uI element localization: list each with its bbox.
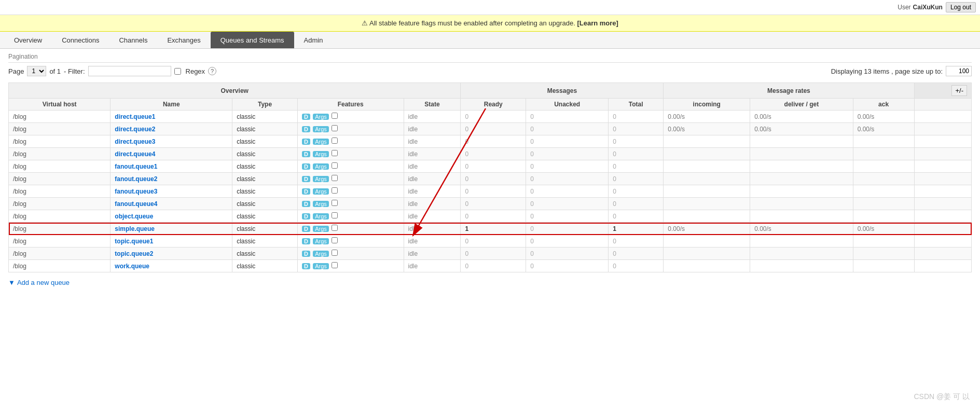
features-checkbox[interactable] — [332, 113, 338, 119]
table-row[interactable]: /blog simple.queue classic D Args idle 1… — [9, 223, 972, 235]
td-ack: 0.00/s — [853, 223, 914, 235]
td-name[interactable]: fanout.queue1 — [111, 160, 232, 173]
td-name[interactable]: topic.queue1 — [111, 235, 232, 248]
features-checkbox[interactable] — [332, 237, 338, 243]
add-queue-toggle[interactable]: ▼ Add a new queue — [8, 279, 972, 286]
plusminus-cell: +/- — [914, 83, 971, 99]
table-row[interactable]: /blog direct.queue2 classic D Args idle … — [9, 123, 972, 135]
table-row[interactable]: /blog object.queue classic D Args idle 0… — [9, 210, 972, 223]
queue-link[interactable]: direct.queue1 — [115, 113, 155, 120]
td-deliver-get: 0.00/s — [750, 111, 853, 123]
learn-more-link[interactable]: [Learn more] — [577, 19, 618, 27]
td-type: classic — [232, 148, 298, 160]
td-type: classic — [232, 235, 298, 248]
table-row[interactable]: /blog topic.queue2 classic D Args idle 0… — [9, 248, 972, 260]
state-label: idle — [408, 188, 418, 195]
queue-link[interactable]: object.queue — [115, 213, 153, 220]
features-checkbox[interactable] — [332, 200, 338, 206]
queue-link[interactable]: simple.queue — [115, 225, 155, 232]
tab-channels[interactable]: Channels — [109, 32, 157, 48]
queue-link[interactable]: direct.queue2 — [115, 126, 155, 133]
td-unacked: 0 — [526, 198, 609, 210]
td-features: D Args — [297, 111, 404, 123]
features-checkbox[interactable] — [332, 212, 338, 218]
queue-link[interactable]: fanout.queue2 — [115, 175, 157, 183]
th-ready: Ready — [461, 99, 526, 111]
page-size-input[interactable] — [946, 66, 972, 76]
td-name[interactable]: object.queue — [111, 210, 232, 223]
regex-checkbox[interactable] — [174, 68, 181, 75]
table-row[interactable]: /blog fanout.queue4 classic D Args idle … — [9, 198, 972, 210]
table-row[interactable]: /blog direct.queue1 classic D Args idle … — [9, 111, 972, 123]
td-deliver-get — [750, 148, 853, 160]
td-name[interactable]: direct.queue4 — [111, 148, 232, 160]
tab-exchanges[interactable]: Exchanges — [157, 32, 210, 48]
badge-d: D — [302, 176, 310, 182]
filter-label: - Filter: — [64, 67, 85, 75]
filter-input[interactable] — [88, 66, 171, 76]
td-ack — [853, 235, 914, 248]
td-name[interactable]: fanout.queue2 — [111, 173, 232, 185]
queue-link[interactable]: work.queue — [115, 263, 149, 270]
queue-link[interactable]: fanout.queue3 — [115, 188, 157, 195]
table-row[interactable]: /blog fanout.queue2 classic D Args idle … — [9, 173, 972, 185]
badge-args: Args — [313, 213, 329, 219]
td-features: D Args — [297, 160, 404, 173]
td-extra — [914, 111, 971, 123]
features-checkbox[interactable] — [332, 150, 338, 156]
features-checkbox[interactable] — [332, 250, 338, 256]
td-vhost: /blog — [9, 260, 111, 272]
queue-link[interactable]: fanout.queue4 — [115, 200, 157, 208]
table-row[interactable]: /blog fanout.queue3 classic D Args idle … — [9, 185, 972, 198]
td-incoming — [664, 210, 750, 223]
queue-link[interactable]: topic.queue1 — [115, 238, 153, 245]
td-name[interactable]: topic.queue2 — [111, 248, 232, 260]
badge-d: D — [302, 188, 310, 195]
table-row[interactable]: /blog work.queue classic D Args idle 0 0… — [9, 260, 972, 272]
table-row[interactable]: /blog topic.queue1 classic D Args idle 0… — [9, 235, 972, 248]
page-select[interactable]: 1 — [27, 66, 46, 76]
td-ready: 0 — [461, 173, 526, 185]
th-type: Type — [232, 99, 298, 111]
features-checkbox[interactable] — [332, 187, 338, 194]
td-name[interactable]: direct.queue1 — [111, 111, 232, 123]
td-incoming — [664, 260, 750, 272]
queue-link[interactable]: topic.queue2 — [115, 250, 153, 257]
td-name[interactable]: direct.queue3 — [111, 135, 232, 148]
queue-link[interactable]: fanout.queue1 — [115, 163, 157, 170]
td-state: idle — [404, 198, 461, 210]
table-row[interactable]: /blog direct.queue3 classic D Args idle … — [9, 135, 972, 148]
table-row[interactable]: /blog fanout.queue1 classic D Args idle … — [9, 160, 972, 173]
td-type: classic — [232, 248, 298, 260]
features-checkbox[interactable] — [332, 125, 338, 131]
features-checkbox[interactable] — [332, 262, 338, 268]
td-features: D Args — [297, 235, 404, 248]
td-ready: 0 — [461, 111, 526, 123]
tab-overview[interactable]: Overview — [4, 32, 52, 48]
td-name[interactable]: work.queue — [111, 260, 232, 272]
plusminus-button[interactable]: +/- — [951, 85, 967, 96]
td-deliver-get — [750, 185, 853, 198]
td-incoming: 0.00/s — [664, 223, 750, 235]
td-name[interactable]: fanout.queue3 — [111, 185, 232, 198]
td-ack — [853, 185, 914, 198]
td-vhost: /blog — [9, 185, 111, 198]
tab-queues[interactable]: Queues and Streams — [211, 32, 294, 48]
td-state: idle — [404, 160, 461, 173]
queue-link[interactable]: direct.queue4 — [115, 150, 155, 158]
td-name[interactable]: fanout.queue4 — [111, 198, 232, 210]
features-checkbox[interactable] — [332, 162, 338, 169]
features-checkbox[interactable] — [332, 225, 338, 231]
tab-admin[interactable]: Admin — [294, 32, 333, 48]
td-type: classic — [232, 160, 298, 173]
help-icon[interactable]: ? — [208, 67, 216, 75]
td-name[interactable]: simple.queue — [111, 223, 232, 235]
tab-connections[interactable]: Connections — [52, 32, 109, 48]
table-row[interactable]: /blog direct.queue4 classic D Args idle … — [9, 148, 972, 160]
features-checkbox[interactable] — [332, 175, 338, 181]
td-deliver-get — [750, 210, 853, 223]
queue-link[interactable]: direct.queue3 — [115, 138, 155, 145]
td-name[interactable]: direct.queue2 — [111, 123, 232, 135]
logout-button[interactable]: Log out — [946, 2, 976, 12]
features-checkbox[interactable] — [332, 138, 338, 144]
